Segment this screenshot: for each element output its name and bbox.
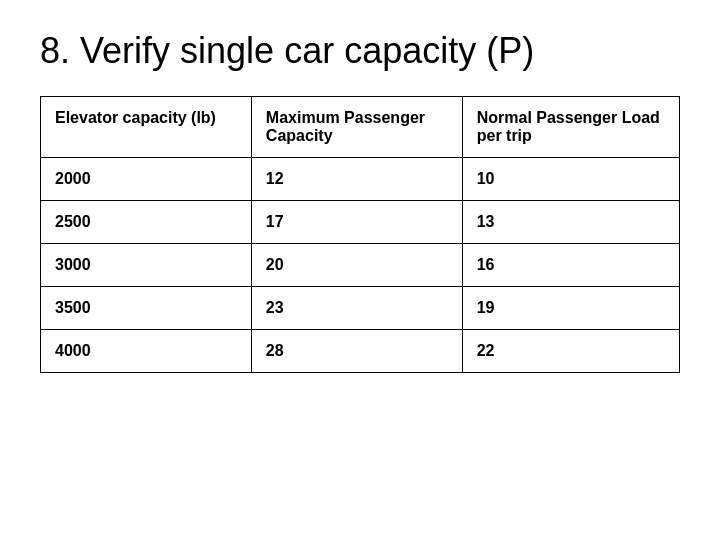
table-row: 20001210 xyxy=(41,158,680,201)
cell-normal-load: 13 xyxy=(462,201,679,244)
table-header-row: Elevator capacity (lb) Maximum Passenger… xyxy=(41,97,680,158)
col-header-normal-load: Normal Passenger Load per trip xyxy=(462,97,679,158)
cell-max-passenger: 20 xyxy=(251,244,462,287)
cell-elevator-capacity: 2000 xyxy=(41,158,252,201)
cell-elevator-capacity: 2500 xyxy=(41,201,252,244)
cell-normal-load: 16 xyxy=(462,244,679,287)
cell-elevator-capacity: 3000 xyxy=(41,244,252,287)
cell-max-passenger: 17 xyxy=(251,201,462,244)
cell-elevator-capacity: 3500 xyxy=(41,287,252,330)
page-title: 8. Verify single car capacity (P) xyxy=(40,30,680,72)
table-row: 35002319 xyxy=(41,287,680,330)
cell-normal-load: 10 xyxy=(462,158,679,201)
cell-max-passenger: 12 xyxy=(251,158,462,201)
capacity-table: Elevator capacity (lb) Maximum Passenger… xyxy=(40,96,680,373)
cell-normal-load: 19 xyxy=(462,287,679,330)
table-row: 30002016 xyxy=(41,244,680,287)
table-row: 40002822 xyxy=(41,330,680,373)
col-header-elevator-capacity: Elevator capacity (lb) xyxy=(41,97,252,158)
table-row: 25001713 xyxy=(41,201,680,244)
cell-max-passenger: 23 xyxy=(251,287,462,330)
cell-max-passenger: 28 xyxy=(251,330,462,373)
cell-elevator-capacity: 4000 xyxy=(41,330,252,373)
cell-normal-load: 22 xyxy=(462,330,679,373)
col-header-max-passenger: Maximum Passenger Capacity xyxy=(251,97,462,158)
